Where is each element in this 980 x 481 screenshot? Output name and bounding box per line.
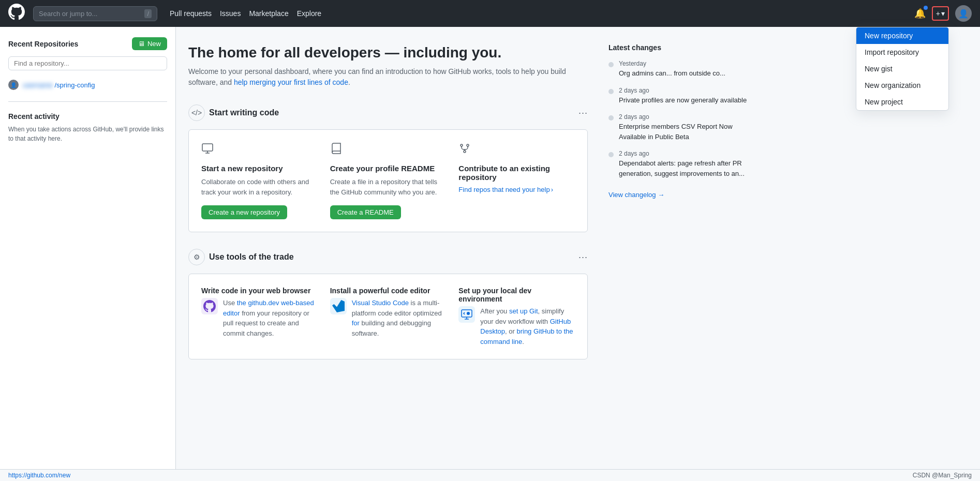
- create-new-repository-button[interactable]: Create a new repository: [201, 205, 287, 219]
- new-repo-card-desc: Collaborate on code with others and trac…: [201, 177, 318, 197]
- notification-badge: [924, 6, 928, 10]
- vscode-link[interactable]: Visual Studio Code: [352, 299, 409, 307]
- latest-changes-title: Latest changes: [608, 43, 747, 52]
- tools-icon: ⚙: [188, 249, 205, 265]
- contribute-card-title: Contribute to an existing repository: [458, 164, 575, 182]
- tools-section-label: Use tools of the trade: [209, 252, 294, 262]
- page-title: The home for all developers — including …: [188, 43, 588, 62]
- change-content: 2 days ago Private profiles are now gene…: [619, 87, 747, 106]
- svg-point-2: [467, 144, 469, 146]
- csdn-credit: CSDN @Man_Spring: [913, 472, 972, 479]
- notifications-icon[interactable]: 🔔: [914, 8, 926, 19]
- section-title-row: </> Start writing code: [188, 104, 279, 121]
- create-new-button[interactable]: + ▾: [932, 6, 949, 21]
- vscode-for-link[interactable]: for: [352, 319, 360, 327]
- list-item[interactable]: 👤 username /spring-config: [8, 77, 167, 93]
- dropdown-new-project[interactable]: New project: [856, 94, 948, 110]
- view-changelog-link[interactable]: View changelog →: [608, 191, 664, 199]
- search-placeholder: Search or jump to...: [39, 10, 97, 18]
- local-dev-desc: After you set up Git, simplify your dev …: [480, 306, 575, 347]
- web-editor-title: Write code in your web browser: [201, 287, 318, 295]
- user-avatar-button[interactable]: 👤: [955, 5, 972, 22]
- web-editor-desc: Use the github.dev web-based editor from…: [223, 298, 318, 338]
- github-dev-logo: [201, 298, 218, 314]
- new-repo-button[interactable]: 🖥 New: [132, 37, 167, 50]
- plus-symbol: +: [936, 9, 940, 18]
- github-logo-icon[interactable]: [8, 4, 25, 23]
- tools-title-row: ⚙ Use tools of the trade: [188, 249, 294, 265]
- web-editor-tool: Write code in your web browser Use the g…: [201, 287, 318, 347]
- sidebar-divider: [8, 101, 167, 102]
- start-writing-cards: Start a new repository Collaborate on co…: [188, 129, 588, 232]
- page-subtitle: Welcome to your personal dashboard, wher…: [188, 66, 588, 88]
- repo-name-text: /spring-config: [54, 81, 95, 89]
- monitor-icon: [201, 142, 318, 158]
- find-repos-link[interactable]: Find repos that need your help ›: [458, 186, 575, 193]
- main-nav: Pull requests Issues Marketplace Explore: [170, 9, 321, 18]
- create-readme-button[interactable]: Create a README: [330, 205, 401, 219]
- local-dev-logo: [458, 306, 475, 323]
- change-time: 2 days ago: [619, 113, 747, 121]
- tools-section-header: ⚙ Use tools of the trade ···: [188, 249, 588, 265]
- dropdown-new-gist[interactable]: New gist: [856, 61, 948, 77]
- nav-marketplace[interactable]: Marketplace: [249, 9, 288, 18]
- vscode-logo: [330, 298, 347, 314]
- recent-activity-text: When you take actions across GitHub, we'…: [8, 125, 167, 143]
- search-slash-badge: /: [144, 9, 152, 18]
- repo-name-link[interactable]: username /spring-config: [23, 81, 95, 89]
- change-dot-icon: [608, 115, 614, 121]
- local-dev-body: After you set up Git, simplify your dev …: [458, 306, 575, 347]
- change-content: 2 days ago Enterprise members CSV Report…: [619, 113, 747, 142]
- readme-card-desc: Create a file in a repository that tells…: [330, 177, 447, 197]
- vscode-body: Visual Studio Code is a multi-platform c…: [330, 298, 447, 338]
- web-editor-body: Use the github.dev web-based editor from…: [201, 298, 318, 338]
- svg-point-3: [464, 151, 466, 153]
- repo-icon: 🖥: [138, 40, 145, 48]
- change-item: 2 days ago Dependabot alerts: page refre…: [608, 150, 747, 178]
- tools-more-options-button[interactable]: ···: [578, 252, 588, 263]
- contribute-card: Contribute to an existing repository Fin…: [458, 142, 575, 219]
- change-content: 2 days ago Dependabot alerts: page refre…: [619, 150, 747, 178]
- change-time: Yesterday: [619, 60, 747, 67]
- more-options-button[interactable]: ···: [578, 108, 588, 118]
- change-dot-icon: [608, 89, 614, 94]
- main-content: The home for all developers — including …: [176, 27, 600, 481]
- change-time: 2 days ago: [619, 87, 747, 94]
- chevron-right-icon: ›: [551, 186, 553, 193]
- header-actions: 🔔 + ▾ 👤: [914, 5, 972, 22]
- change-text: Org admins can... from outside co...: [619, 68, 747, 79]
- code-icon: </>: [188, 104, 205, 121]
- recent-repos-title: Recent Repositories: [8, 40, 78, 48]
- change-item: 2 days ago Enterprise members CSV Report…: [608, 113, 747, 142]
- github-dev-link[interactable]: the github.dev web-based editor: [223, 299, 314, 317]
- right-sidebar: Latest changes Yesterday Org admins can.…: [600, 27, 755, 481]
- change-item: 2 days ago Private profiles are now gene…: [608, 87, 747, 106]
- readme-card: Create your profile README Create a file…: [330, 142, 447, 219]
- change-text: Dependabot alerts: page refresh after PR…: [619, 158, 747, 178]
- create-dropdown-menu: New repository Import repository New gis…: [856, 27, 949, 111]
- svg-point-6: [467, 312, 470, 315]
- new-repo-card-title: Start a new repository: [201, 164, 318, 173]
- nav-explore[interactable]: Explore: [297, 9, 321, 18]
- local-dev-tool: Set up your local dev environment Afte: [458, 287, 575, 347]
- change-text: Private profiles are now generally avail…: [619, 95, 747, 106]
- svg-rect-0: [202, 144, 213, 151]
- dropdown-import-repository[interactable]: Import repository: [856, 44, 948, 61]
- dropdown-new-repository[interactable]: New repository: [856, 27, 948, 44]
- avatar: 👤: [8, 80, 19, 90]
- change-dot-icon: [608, 62, 614, 67]
- merging-link[interactable]: help merging your first lines of code: [234, 78, 348, 86]
- search-input[interactable]: Search or jump to... /: [33, 6, 157, 21]
- book-icon: [330, 142, 447, 158]
- find-repo-input[interactable]: [8, 56, 167, 70]
- setup-git-link[interactable]: set up Git: [509, 307, 538, 315]
- start-writing-label: Start writing code: [209, 108, 279, 117]
- dropdown-chevron-icon: ▾: [941, 9, 945, 18]
- vscode-tool: Install a powerful code editor Visual St…: [330, 287, 447, 347]
- recent-activity-title: Recent activity: [8, 112, 167, 121]
- nav-pull-requests[interactable]: Pull requests: [170, 9, 212, 18]
- cards-grid: Start a new repository Collaborate on co…: [201, 142, 575, 219]
- dropdown-new-organization[interactable]: New organization: [856, 77, 948, 94]
- new-repo-card: Start a new repository Collaborate on co…: [201, 142, 318, 219]
- nav-issues[interactable]: Issues: [220, 9, 241, 18]
